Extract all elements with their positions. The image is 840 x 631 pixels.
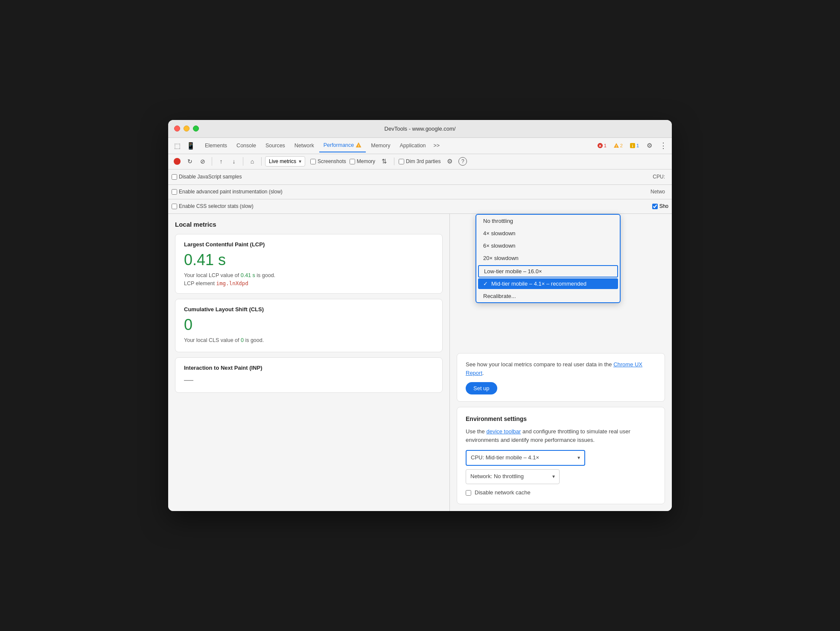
options-bar-3: Enable CSS selector stats (slow) Sho xyxy=(168,199,672,214)
enable-css-checkbox[interactable] xyxy=(172,204,177,209)
enable-paint-label[interactable]: Enable advanced paint instrumentation (s… xyxy=(172,189,283,195)
warning-badge: ! 2 xyxy=(611,142,625,149)
cpu-select[interactable]: CPU: Mid-tier mobile – 4.1× ▾ xyxy=(466,450,585,466)
network-dropdown-arrow-icon: ▾ xyxy=(552,473,555,481)
download-button[interactable]: ↓ xyxy=(228,156,239,167)
inspect-icon[interactable]: ⬚ xyxy=(172,140,183,151)
toolbar-separator-1 xyxy=(212,157,212,166)
dropdown-20x[interactable]: 20× slowdown xyxy=(476,252,620,264)
show-checkbox-container: Sho xyxy=(652,203,668,209)
dropdown-low-tier[interactable]: Low-tier mobile – 16.0× xyxy=(478,265,618,278)
dropdown-6x[interactable]: 6× slowdown xyxy=(476,240,620,252)
cpu-select-wrapper: CPU: Mid-tier mobile – 4.1× ▾ Network: N… xyxy=(466,450,656,497)
cls-desc: Your local CLS value of 0 is good. xyxy=(184,337,434,343)
inp-value: — xyxy=(184,374,434,386)
lcp-value: 0.41 s xyxy=(184,251,434,269)
upload-button[interactable]: ↑ xyxy=(216,156,227,167)
memory-checkbox[interactable] xyxy=(350,159,355,164)
tab-more[interactable]: >> xyxy=(431,139,443,152)
lcp-element: LCP element img.lnXdpd xyxy=(184,280,434,286)
tab-network[interactable]: Network xyxy=(290,139,318,152)
svg-text:✕: ✕ xyxy=(598,144,602,148)
cpu-dropdown-arrow-icon: ▾ xyxy=(578,454,580,462)
env-desc: Use the device toolbar and configure thr… xyxy=(466,427,656,445)
help-icon[interactable]: ? xyxy=(458,157,467,166)
dropdown-mid-tier[interactable]: ✓ Mid-tier mobile – 4.1× – recommended xyxy=(478,278,618,289)
options-bar-1: Disable JavaScript samples CPU: xyxy=(168,169,672,185)
more-options-icon[interactable]: ⋮ xyxy=(657,140,668,151)
disable-cache-checkbox[interactable] xyxy=(466,490,471,496)
lcp-desc: Your local LCP value of 0.41 s is good. xyxy=(184,272,434,278)
dim-3rd-checkbox[interactable] xyxy=(399,159,404,164)
tab-sources[interactable]: Sources xyxy=(261,139,289,152)
enable-css-label[interactable]: Enable CSS selector stats (slow) xyxy=(172,203,254,209)
dropdown-4x[interactable]: 4× slowdown xyxy=(476,227,620,240)
toolbar-separator-2 xyxy=(243,157,243,166)
tab-memory[interactable]: Memory xyxy=(367,139,394,152)
disable-js-checkbox[interactable] xyxy=(172,174,177,180)
capture-settings-icon[interactable]: ⚙ xyxy=(444,156,455,167)
show-label: Sho xyxy=(659,203,668,209)
tab-bar-right: ✕ 1 ! 2 i 1 ⚙ ⋮ xyxy=(595,140,668,151)
env-title: Environment settings xyxy=(466,414,656,424)
network-select[interactable]: Network: No throttling ▾ xyxy=(466,469,560,484)
right-panel: No throttling 4× slowdown 6× slowdown 20… xyxy=(450,214,672,511)
cls-value: 0 xyxy=(184,316,434,334)
reload-button[interactable]: ↻ xyxy=(184,156,195,167)
live-metrics-dropdown[interactable]: Live metrics ▾ xyxy=(265,156,305,167)
error-badge: ✕ 1 xyxy=(595,142,609,149)
devtools-icons: ⬚ 📱 xyxy=(172,140,196,151)
memory-checkbox-label[interactable]: Memory xyxy=(350,158,375,164)
screenshots-checkbox[interactable] xyxy=(310,159,316,164)
dropdown-arrow-icon: ▾ xyxy=(299,158,301,164)
window-title: DevTools - www.google.com/ xyxy=(385,126,456,132)
toolbar: ↻ ⊘ ↑ ↓ ⌂ Live metrics ▾ Screenshots Mem… xyxy=(168,154,672,169)
dropdown-recalibrate[interactable]: Recalibrate... xyxy=(476,290,620,302)
inp-title: Interaction to Next Paint (INP) xyxy=(184,365,434,371)
dropdown-no-throttle[interactable]: No throttling xyxy=(476,215,620,227)
traffic-lights xyxy=(174,126,199,131)
tab-bar: ⬚ 📱 Elements Console Sources Network Per… xyxy=(168,138,672,154)
clear-button[interactable]: ⊘ xyxy=(197,156,208,167)
toolbar-sep-right xyxy=(394,158,394,165)
device-icon[interactable]: 📱 xyxy=(185,140,196,151)
home-button[interactable]: ⌂ xyxy=(247,156,258,167)
lcp-element-name: img.lnXdpd xyxy=(216,280,248,286)
enable-paint-checkbox[interactable] xyxy=(172,189,177,195)
disable-cache-label[interactable]: Disable network cache xyxy=(466,488,656,497)
minimize-button[interactable] xyxy=(184,126,190,131)
tab-application[interactable]: Application xyxy=(395,139,430,152)
performance-warning-icon: ! xyxy=(356,142,362,148)
cls-val-green: 0 xyxy=(241,337,244,343)
dim-3rd-label[interactable]: Dim 3rd parties xyxy=(399,158,440,164)
disable-js-label[interactable]: Disable JavaScript samples xyxy=(172,174,242,180)
device-toolbar-link[interactable]: device toolbar xyxy=(486,428,521,435)
screenshots-checkbox-label[interactable]: Screenshots xyxy=(310,158,346,164)
cls-title: Cumulative Layout Shift (CLS) xyxy=(184,306,434,313)
tab-performance[interactable]: Performance ! xyxy=(319,139,366,152)
maximize-button[interactable] xyxy=(193,126,199,131)
local-metrics-title: Local metrics xyxy=(175,221,443,228)
close-button[interactable] xyxy=(174,126,180,131)
lcp-val-green: 0.41 s xyxy=(241,272,255,278)
lcp-card: Largest Contentful Paint (LCP) 0.41 s Yo… xyxy=(175,234,443,294)
settings-icon[interactable]: ⚙ xyxy=(644,140,655,151)
title-bar: DevTools - www.google.com/ xyxy=(168,120,672,138)
svg-text:!: ! xyxy=(615,144,617,148)
network-label: Netwo xyxy=(650,189,668,195)
svg-text:i: i xyxy=(632,144,633,148)
cpu-dropdown: No throttling 4× slowdown 6× slowdown 20… xyxy=(475,214,621,303)
lcp-title: Largest Contentful Paint (LCP) xyxy=(184,241,434,248)
tab-console[interactable]: Console xyxy=(232,139,260,152)
tab-elements[interactable]: Elements xyxy=(201,139,231,152)
show-checkbox[interactable] xyxy=(652,204,658,209)
toolbar-separator-3 xyxy=(261,157,262,166)
network-throttle-icon[interactable]: ⇅ xyxy=(379,156,390,167)
setup-button[interactable]: Set up xyxy=(466,382,497,394)
ux-report-card: See how your local metrics compare to re… xyxy=(457,353,665,402)
environment-card: Environment settings Use the device tool… xyxy=(457,407,665,504)
left-panel: Local metrics Largest Contentful Paint (… xyxy=(168,214,450,511)
info-badge: i 1 xyxy=(627,142,641,149)
record-button[interactable] xyxy=(172,156,183,167)
cls-card: Cumulative Layout Shift (CLS) 0 Your loc… xyxy=(175,299,443,352)
